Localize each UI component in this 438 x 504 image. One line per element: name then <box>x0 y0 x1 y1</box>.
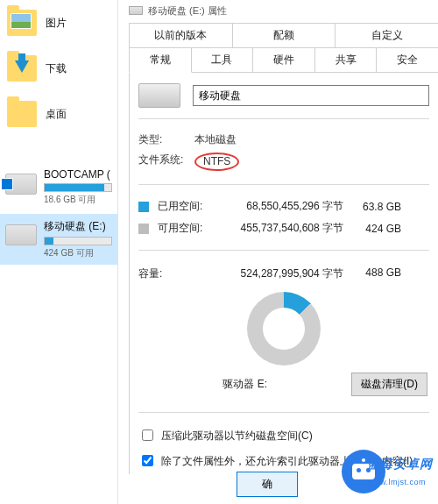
free-bytes: 455,737,540,608 字节 <box>221 221 352 236</box>
tab-body-general: 类型: 本地磁盘 文件系统: NTFS 已用空间: 68,550,455,296… <box>129 73 438 474</box>
properties-dialog: 移动硬盘 (E:) 属性 以前的版本 配额 自定义 常规 工具 硬件 共享 安全… <box>117 0 438 504</box>
used-human: 63.8 GB <box>352 201 401 213</box>
used-label: 已用空间: <box>158 199 221 214</box>
drive-icon <box>138 83 180 108</box>
type-label: 类型: <box>138 132 194 147</box>
drive-icon <box>129 6 143 15</box>
folder-icon <box>7 55 37 82</box>
free-label: 可用空间: <box>158 221 221 236</box>
filesystem-label: 文件系统: <box>138 153 194 171</box>
folder-icon <box>7 10 37 36</box>
window-title: 移动硬盘 (E:) 属性 <box>148 4 227 18</box>
tab-sharing[interactable]: 共享 <box>314 47 378 73</box>
free-human: 424 GB <box>352 223 401 235</box>
drive-letter-text: 驱动器 E: <box>138 377 351 392</box>
usage-bar <box>44 183 112 192</box>
drive-item-bootcamp[interactable]: BOOTCAMP ( 18.6 GB 可用 <box>0 163 117 214</box>
volume-name-input[interactable] <box>193 85 429 106</box>
sidebar-item-label: 图片 <box>46 16 67 31</box>
drive-icon <box>5 224 37 245</box>
watermark-url: www.lmjst.com <box>368 478 426 486</box>
free-swatch <box>138 224 149 234</box>
drive-free-text: 424 GB 可用 <box>44 247 112 259</box>
tab-tools[interactable]: 工具 <box>191 47 254 73</box>
ok-button[interactable]: 确 <box>237 472 298 497</box>
drive-icon <box>5 174 37 195</box>
used-swatch <box>138 202 149 212</box>
tab-hardware[interactable]: 硬件 <box>252 47 315 73</box>
capacity-label: 容量: <box>138 266 221 281</box>
sidebar-item-label: 桌面 <box>46 107 67 122</box>
tab-control: 以前的版本 配额 自定义 常规 工具 硬件 共享 安全 类型: 本地磁盘 文件系… <box>129 23 438 474</box>
used-bytes: 68,550,455,296 字节 <box>221 199 352 214</box>
drive-item-removable[interactable]: 移动硬盘 (E:) 424 GB 可用 <box>0 214 117 265</box>
compress-checkbox[interactable] <box>142 429 153 441</box>
tab-previous-versions[interactable]: 以前的版本 <box>129 23 233 47</box>
usage-bar <box>44 237 112 245</box>
type-value: 本地磁盘 <box>194 132 429 147</box>
sidebar-item-desktop[interactable]: 桌面 <box>0 91 117 137</box>
usage-pie-chart <box>247 292 321 366</box>
folder-icon <box>7 101 37 127</box>
drive-name: 移动硬盘 (E:) <box>44 219 112 234</box>
filesystem-value: NTFS <box>194 153 239 171</box>
tab-general[interactable]: 常规 <box>129 47 192 73</box>
tab-quota[interactable]: 配额 <box>232 23 336 47</box>
capacity-bytes: 524,287,995,904 字节 <box>221 266 352 281</box>
capacity-human: 488 GB <box>352 266 401 281</box>
index-checkbox[interactable] <box>142 455 153 466</box>
drive-name: BOOTCAMP ( <box>44 168 112 181</box>
explorer-sidebar: 图片 下载 桌面 BOOTCAMP ( 18.6 GB 可用 移动硬盘 (E:)… <box>0 0 117 504</box>
drive-free-text: 18.6 GB 可用 <box>44 194 112 206</box>
disk-cleanup-button[interactable]: 磁盘清理(D) <box>351 373 427 396</box>
tab-customize[interactable]: 自定义 <box>335 23 438 47</box>
tab-security[interactable]: 安全 <box>376 47 438 73</box>
sidebar-item-downloads[interactable]: 下载 <box>0 46 117 91</box>
compress-checkbox-label: 压缩此驱动器以节约磁盘空间(C) <box>161 429 313 443</box>
watermark-text: 蓝莓安卓网 <box>367 457 433 472</box>
sidebar-item-pictures[interactable]: 图片 <box>0 0 117 46</box>
sidebar-item-label: 下载 <box>46 61 67 76</box>
